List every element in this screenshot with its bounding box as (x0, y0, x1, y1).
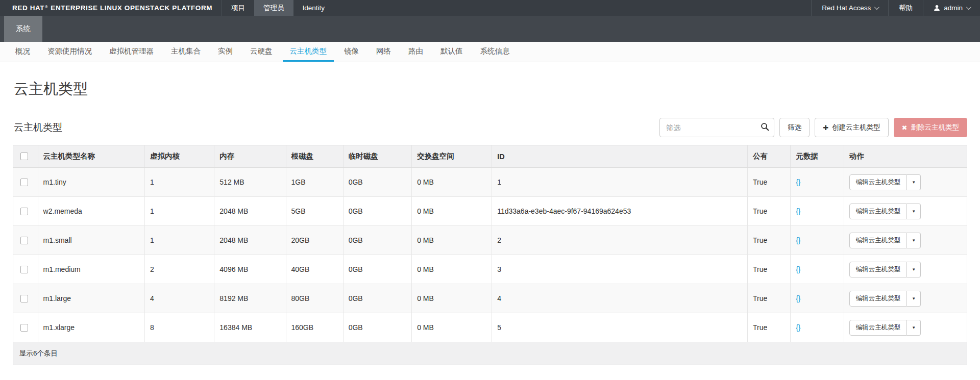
edit-flavor-dropdown-toggle[interactable]: ▼ (907, 262, 921, 277)
username-label: admin (944, 4, 963, 12)
table-head: 云主机类型名称虚拟内核内存根磁盘临时磁盘交换盘空间ID公有元数据动作 (13, 145, 967, 168)
x-icon: ✖ (902, 124, 908, 131)
table-row: w2.memeda12048 MB5GB0GB0 MB11d33a6a-e3eb… (13, 197, 967, 226)
column-header-内存: 内存 (214, 145, 286, 168)
column-header-根磁盘: 根磁盘 (286, 145, 343, 168)
top-nav-tab-项目[interactable]: 项目 (222, 0, 254, 16)
metadata-link[interactable]: {} (796, 323, 800, 332)
top-nav-tab-Identity[interactable]: Identity (293, 0, 334, 16)
column-header-交换盘空间: 交换盘空间 (412, 145, 492, 168)
edit-flavor-dropdown-toggle[interactable]: ▼ (907, 233, 921, 248)
cell-swap: 0 MB (412, 255, 492, 284)
row-checkbox[interactable] (20, 237, 28, 244)
user-menu[interactable]: admin (923, 0, 980, 16)
metadata-link[interactable]: {} (796, 265, 800, 273)
red-hat-access-menu[interactable]: Red Hat Access (811, 0, 888, 16)
top-navbar: RED HAT® ENTERPRISE LINUX OPENSTACK PLAT… (0, 0, 980, 16)
tab-默认值[interactable]: 默认值 (433, 42, 470, 62)
cell-ephemeral_disk: 0GB (343, 226, 412, 255)
filter-button[interactable]: 筛选 (779, 118, 810, 137)
metadata-link[interactable]: {} (796, 294, 800, 302)
cell-root_disk: 1GB (286, 168, 343, 197)
row-checkbox[interactable] (20, 266, 28, 273)
edit-flavor-button[interactable]: 编辑云主机类型 (849, 174, 908, 190)
brand-suffix: ENTERPRISE LINUX OPENSTACK PLATFORM (51, 4, 212, 12)
filter-input[interactable] (659, 118, 774, 137)
row-checkbox[interactable] (20, 179, 28, 186)
cell-swap: 0 MB (412, 284, 492, 313)
cell-metadata: {} (791, 284, 844, 313)
top-nav-tab-管理员[interactable]: 管理员 (254, 0, 293, 16)
tab-镜像[interactable]: 镜像 (337, 42, 366, 62)
column-header-ID: ID (492, 145, 748, 168)
tab-网络[interactable]: 网络 (369, 42, 398, 62)
edit-flavor-button-group: 编辑云主机类型▼ (849, 262, 921, 277)
edit-flavor-dropdown-toggle[interactable]: ▼ (907, 174, 921, 190)
red-hat-access-label: Red Hat Access (822, 4, 871, 12)
row-checkbox[interactable] (20, 208, 28, 215)
table-footer: 显示6个条目 (13, 342, 967, 365)
cell-root_disk: 80GB (286, 284, 343, 313)
row-checkbox-cell (13, 226, 38, 255)
table-body: m1.tiny1512 MB1GB0GB0 MB1True{}编辑云主机类型▼w… (13, 168, 967, 342)
table-row: m1.xlarge816384 MB160GB0GB0 MB5True{}编辑云… (13, 313, 967, 342)
tab-资源使用情况[interactable]: 资源使用情况 (40, 42, 99, 62)
filter-button-label: 筛选 (788, 123, 801, 132)
cell-name: m1.medium (38, 255, 144, 284)
column-header-公有: 公有 (748, 145, 791, 168)
cell-name: m1.small (38, 226, 144, 255)
delete-flavor-button[interactable]: ✖ 删除云主机类型 (894, 118, 967, 137)
navbar-right: Red Hat Access 帮助 admin (811, 0, 980, 16)
cell-vcpus: 4 (144, 284, 214, 313)
context-tab-system[interactable]: 系统 (4, 16, 42, 42)
help-label: 帮助 (899, 4, 913, 13)
cell-actions: 编辑云主机类型▼ (844, 284, 967, 313)
select-all-checkbox[interactable] (20, 153, 28, 160)
tab-云主机类型[interactable]: 云主机类型 (283, 42, 334, 62)
cell-metadata: {} (791, 168, 844, 197)
create-flavor-button[interactable]: ✚ 创建云主机类型 (815, 118, 888, 137)
cell-metadata: {} (791, 226, 844, 255)
cell-id: 11d33a6a-e3eb-4aec-9f67-94169a624e53 (492, 197, 748, 226)
edit-flavor-dropdown-toggle[interactable]: ▼ (907, 291, 921, 307)
tab-实例[interactable]: 实例 (211, 42, 240, 62)
search-icon (761, 122, 769, 133)
toolbar-controls: 筛选 ✚ 创建云主机类型 ✖ 删除云主机类型 (659, 118, 967, 137)
row-checkbox-cell (13, 255, 38, 284)
edit-flavor-button[interactable]: 编辑云主机类型 (849, 262, 908, 277)
metadata-link[interactable]: {} (796, 207, 800, 215)
tab-虚拟机管理器[interactable]: 虚拟机管理器 (102, 42, 161, 62)
edit-flavor-dropdown-toggle[interactable]: ▼ (907, 320, 921, 336)
cell-actions: 编辑云主机类型▼ (844, 197, 967, 226)
filter-input-wrap (659, 118, 774, 137)
row-checkbox-cell (13, 168, 38, 197)
cell-public: True (748, 226, 791, 255)
cell-vcpus: 1 (144, 226, 214, 255)
column-header-云主机类型名称: 云主机类型名称 (38, 145, 144, 168)
cell-metadata: {} (791, 197, 844, 226)
edit-flavor-button-group: 编辑云主机类型▼ (849, 174, 921, 190)
tab-概况[interactable]: 概况 (8, 42, 37, 62)
edit-flavor-button[interactable]: 编辑云主机类型 (849, 320, 908, 336)
cell-name: m1.large (38, 284, 144, 313)
column-header-临时磁盘: 临时磁盘 (343, 145, 412, 168)
edit-flavor-button-group: 编辑云主机类型▼ (849, 291, 921, 307)
cell-metadata: {} (791, 255, 844, 284)
tab-路由[interactable]: 路由 (401, 42, 430, 62)
row-checkbox[interactable] (20, 324, 28, 332)
tab-主机集合[interactable]: 主机集合 (164, 42, 208, 62)
row-checkbox-cell (13, 284, 38, 313)
edit-flavor-button[interactable]: 编辑云主机类型 (849, 233, 908, 248)
help-button[interactable]: 帮助 (888, 0, 923, 16)
cell-ephemeral_disk: 0GB (343, 284, 412, 313)
edit-flavor-button[interactable]: 编辑云主机类型 (849, 204, 908, 219)
metadata-link[interactable]: {} (796, 236, 800, 244)
metadata-link[interactable]: {} (796, 178, 800, 186)
edit-flavor-dropdown-toggle[interactable]: ▼ (907, 204, 921, 219)
table-row: m1.tiny1512 MB1GB0GB0 MB1True{}编辑云主机类型▼ (13, 168, 967, 197)
tab-云硬盘[interactable]: 云硬盘 (243, 42, 280, 62)
edit-flavor-button[interactable]: 编辑云主机类型 (849, 291, 908, 307)
page-title: 云主机类型 (14, 79, 967, 99)
tab-系统信息[interactable]: 系统信息 (473, 42, 517, 62)
row-checkbox[interactable] (20, 295, 28, 302)
